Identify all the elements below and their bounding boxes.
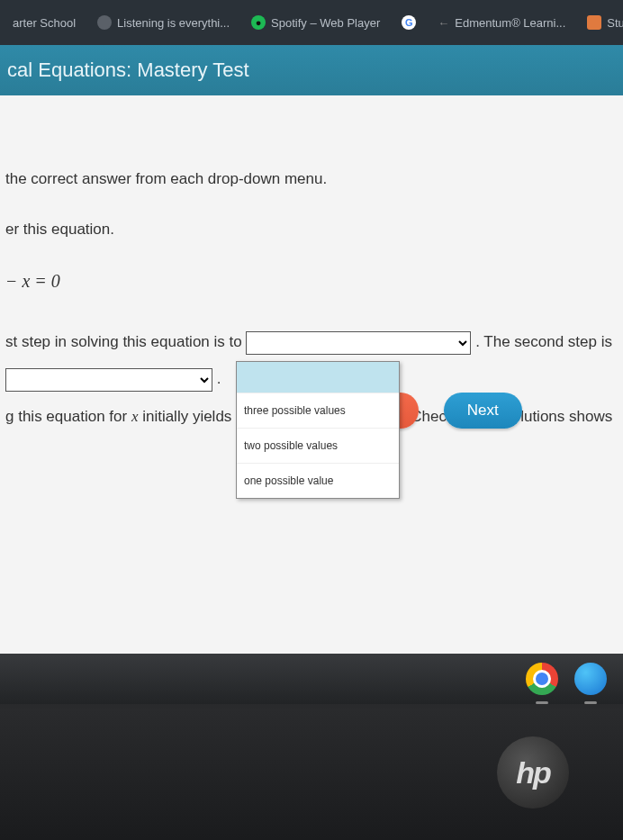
google-icon: G <box>402 15 416 30</box>
tab-listening[interactable]: Listening is everythi... <box>88 8 239 37</box>
dropdown-option-blank[interactable] <box>237 362 399 393</box>
yields-dropdown-menu: three possible values two possible value… <box>236 361 400 499</box>
tab-stu[interactable]: Stu <box>578 8 623 37</box>
app-icon <box>587 15 601 30</box>
os-shelf-area: hp <box>0 654 623 840</box>
tab-edmentum[interactable]: ← Edmentum® Learni... <box>429 9 574 37</box>
text-fragment: . The second step is <box>475 333 612 350</box>
tab-label: Stu <box>607 16 623 30</box>
globe-icon <box>97 15 112 30</box>
tab-label: Spotify – Web Player <box>271 16 380 30</box>
browser-tab-strip: arter School Listening is everythi... ● … <box>0 0 623 45</box>
tab-charter-school[interactable]: arter School <box>4 9 85 37</box>
os-shelf <box>0 654 623 704</box>
dropdown-option-one[interactable]: one possible value <box>237 463 399 498</box>
spotify-icon: ● <box>251 15 266 30</box>
text-fragment: g this equation for <box>5 408 131 425</box>
hp-logo: hp <box>497 736 569 808</box>
chrome-icon[interactable] <box>526 663 558 695</box>
tab-spotify[interactable]: ● Spotify – Web Player <box>242 8 389 37</box>
second-step-dropdown[interactable] <box>5 368 212 392</box>
page-title: cal Equations: Mastery Test <box>7 59 249 82</box>
app-launcher-icon[interactable] <box>574 663 607 695</box>
text-fragment: . <box>217 370 221 387</box>
page-header: cal Equations: Mastery Test <box>0 45 623 95</box>
equation-text: − x = 0 <box>5 267 623 294</box>
consider-text: er this equation. <box>5 218 623 241</box>
tab-label: Listening is everythi... <box>117 16 230 30</box>
dropdown-option-two[interactable]: two possible values <box>237 428 399 463</box>
tab-label: arter School <box>13 16 76 30</box>
content-area: the correct answer from each drop-down m… <box>0 95 623 654</box>
tab-label: Edmentum® Learni... <box>455 16 565 30</box>
text-fragment: st step in solving this equation is to <box>5 333 246 350</box>
dropdown-option-three[interactable]: three possible values <box>237 393 399 428</box>
instruction-text: the correct answer from each drop-down m… <box>5 167 623 191</box>
text-fragment: initially yields <box>138 408 236 425</box>
next-button[interactable]: Next <box>444 393 522 429</box>
first-step-dropdown[interactable] <box>246 331 471 355</box>
tab-google[interactable]: G <box>393 8 425 37</box>
